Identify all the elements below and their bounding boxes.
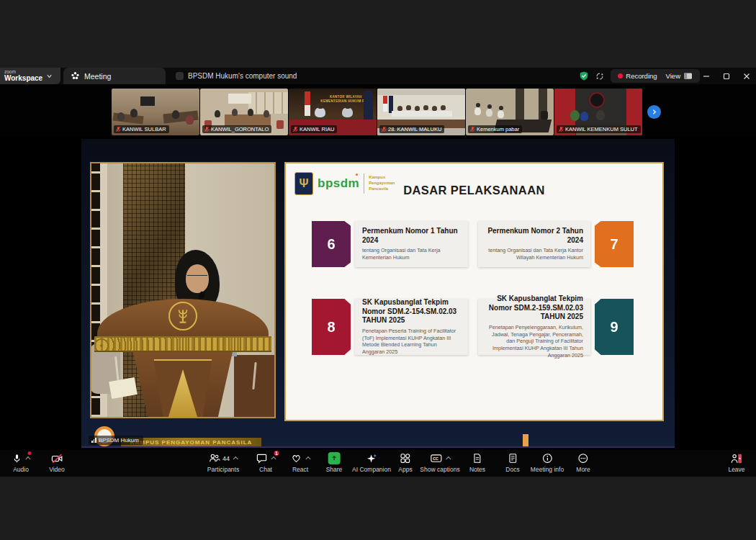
participants-options-chevron[interactable] xyxy=(233,456,238,462)
item-number: 7 xyxy=(595,221,634,267)
connection-icon xyxy=(595,71,605,81)
chevron-down-icon xyxy=(45,72,53,80)
view-button[interactable]: View xyxy=(666,72,693,80)
item-subtitle: Penetapan Peserta Training of Facilitato… xyxy=(362,328,461,356)
participant-name: KANWIL SULBAR xyxy=(122,126,166,132)
more-button[interactable]: More xyxy=(576,452,590,473)
layout-grid-icon xyxy=(683,72,693,80)
maximize-button[interactable] xyxy=(721,71,732,81)
notes-icon xyxy=(472,453,482,464)
muted-mic-icon xyxy=(204,126,210,132)
participant-name: KANWIL_GORONTALO xyxy=(211,126,269,132)
meeting-icon xyxy=(71,71,80,81)
muted-mic-icon xyxy=(558,126,564,132)
encryption-shield-icon xyxy=(579,71,589,81)
presentation-slide: Ψ bpsdm Kampus Pengayoman Pancasila DASA… xyxy=(284,162,664,421)
participants-button[interactable]: 44 Participants xyxy=(207,452,239,473)
participant-name-tag: KANWIL RIAU xyxy=(291,125,337,133)
zoom-app-window: zoom Workspace Meeting BPSDM Hukum's com… xyxy=(0,0,756,540)
react-button[interactable]: React xyxy=(291,452,310,473)
meeting-info-button[interactable]: Meeting info xyxy=(531,452,564,473)
participant-name: 28. KANWIL MALUKU xyxy=(388,126,441,132)
tab-computer-sound[interactable]: BPSDM Hukum's computer sound xyxy=(168,68,304,84)
next-page-button[interactable] xyxy=(647,105,661,119)
react-options-chevron[interactable] xyxy=(305,456,310,462)
item-subtitle: tentang Organisasi dan Tata Kerja Kement… xyxy=(362,247,461,261)
presenter-name: BPSDM Hukum xyxy=(99,437,139,444)
item-number: 8 xyxy=(312,299,351,355)
slide-title: DASAR PELAKSANAAN xyxy=(286,184,662,197)
captions-options-chevron[interactable] xyxy=(446,456,451,462)
muted-mic-icon xyxy=(469,126,475,132)
item-title: Permenkum Nomor 2 Tahun 2024 xyxy=(485,227,584,245)
captions-button[interactable]: CC Show captions xyxy=(420,452,459,473)
main-stage: Ψ bpsdm Kampus Pengayoman Pancasila DASA… xyxy=(0,137,756,450)
speaker-video xyxy=(90,162,276,418)
svg-text:CC: CC xyxy=(433,456,438,461)
participants-icon xyxy=(209,453,220,464)
docs-icon xyxy=(508,453,518,464)
item-subtitle: Penetapan Penyelenggaraan, Kurikulum, Ja… xyxy=(485,324,584,359)
tab-meeting[interactable]: Meeting xyxy=(63,68,166,84)
share-screen-icon xyxy=(328,452,341,464)
recording-indicator: Recording xyxy=(618,72,657,80)
slide-item-6: 6 Permenkum Nomor 1 Tahun 2024 tentang O… xyxy=(312,221,468,267)
screen-share-sound-icon xyxy=(176,72,184,80)
chat-button[interactable]: 1 Chat xyxy=(256,452,276,473)
item-title: SK Kapusbanglat Tekpim Nomor SDM.2-154.S… xyxy=(362,298,461,325)
participant-name: KANWIL KEMENKUM SULUT xyxy=(565,126,638,132)
share-button[interactable]: Share xyxy=(326,452,343,473)
apps-icon xyxy=(400,453,411,464)
participant-name: KANWIL RIAU xyxy=(300,126,334,132)
tab-meeting-label: Meeting xyxy=(84,72,111,81)
info-icon xyxy=(542,453,553,464)
audio-alert-badge xyxy=(27,451,32,456)
video-button[interactable]: Video xyxy=(49,452,65,473)
video-thumbnail-kanwil-maluku[interactable]: 28. KANWIL MALUKU xyxy=(377,89,465,135)
leave-button[interactable]: Leave xyxy=(728,452,744,473)
video-thumbnail-kanwil-sulut[interactable]: KANWIL KEMENKUM SULUT xyxy=(554,89,642,135)
notes-button[interactable]: Notes xyxy=(469,452,485,473)
participant-name-tag: KANWIL SULBAR xyxy=(114,125,169,133)
item-title: Permenkum Nomor 1 Tahun 2024 xyxy=(362,227,461,245)
audio-button[interactable]: Audio xyxy=(12,452,30,473)
apps-button[interactable]: Apps xyxy=(398,452,412,473)
presenter-name-tag: BPSDM Hukum xyxy=(89,436,143,445)
workspace-menu[interactable]: zoom Workspace xyxy=(0,68,60,84)
more-ellipsis-icon xyxy=(578,453,589,464)
leave-door-icon xyxy=(730,453,742,464)
slide-item-8: 8 SK Kapusbanglat Tekpim Nomor SDM.2-154… xyxy=(312,299,468,355)
recording-dot-icon xyxy=(618,73,623,78)
audio-options-chevron[interactable] xyxy=(25,456,30,462)
minimize-button[interactable] xyxy=(701,71,711,81)
ai-sparkle-icon xyxy=(366,453,377,464)
video-thumbnail-kemenkum-pabar[interactable]: Kemenkum pabar xyxy=(466,89,554,135)
chat-unread-badge: 1 xyxy=(274,450,280,456)
recording-label: Recording xyxy=(626,72,657,80)
participant-name-tag: KANWIL_GORONTALO xyxy=(202,125,271,133)
podium-gold-band xyxy=(94,336,271,352)
meeting-toolbar: Audio Video 44 xyxy=(0,450,756,477)
item-title: SK Kapusbanglat Tekpim Nomor SDM.2-159.S… xyxy=(485,294,584,322)
ai-companion-button[interactable]: AI Companion xyxy=(352,452,391,473)
participant-name: Kemenkum pabar xyxy=(477,126,519,132)
docs-button[interactable]: Docs xyxy=(505,452,519,473)
banner-accent-bar xyxy=(523,434,528,446)
view-label: View xyxy=(666,72,680,80)
participant-name-tag: 28. KANWIL MALUKU xyxy=(379,125,444,133)
shared-screen: Ψ bpsdm Kampus Pengayoman Pancasila DASA… xyxy=(81,139,675,448)
thumbnail-row: KANWIL SULBAR K xyxy=(112,89,642,135)
close-button[interactable] xyxy=(742,71,752,81)
participant-name-tag: KANWIL KEMENKUM SULUT xyxy=(557,125,641,133)
chat-options-chevron[interactable] xyxy=(271,456,276,462)
video-thumbnail-kanwil-sulbar[interactable]: KANWIL SULBAR xyxy=(112,89,199,135)
video-thumbnail-kanwil-riau[interactable]: KANTOR WILAYAH KEMENTERIAN HUKUM RIAU KA… xyxy=(289,89,377,135)
participant-name-tag: Kemenkum pabar xyxy=(468,125,522,133)
item-number: 9 xyxy=(595,299,634,355)
camera-off-icon xyxy=(51,453,63,464)
heart-icon xyxy=(291,453,302,464)
item-subtitle: tentang Organisasi dan Tata Kerja Kantor… xyxy=(485,247,584,261)
slide-item-7: Permenkum Nomor 2 Tahun 2024 tentang Org… xyxy=(478,221,634,267)
video-thumbnail-kanwil-gorontalo[interactable]: KANWIL_GORONTALO xyxy=(200,89,288,135)
slide-items-grid: 6 Permenkum Nomor 1 Tahun 2024 tentang O… xyxy=(312,221,634,355)
